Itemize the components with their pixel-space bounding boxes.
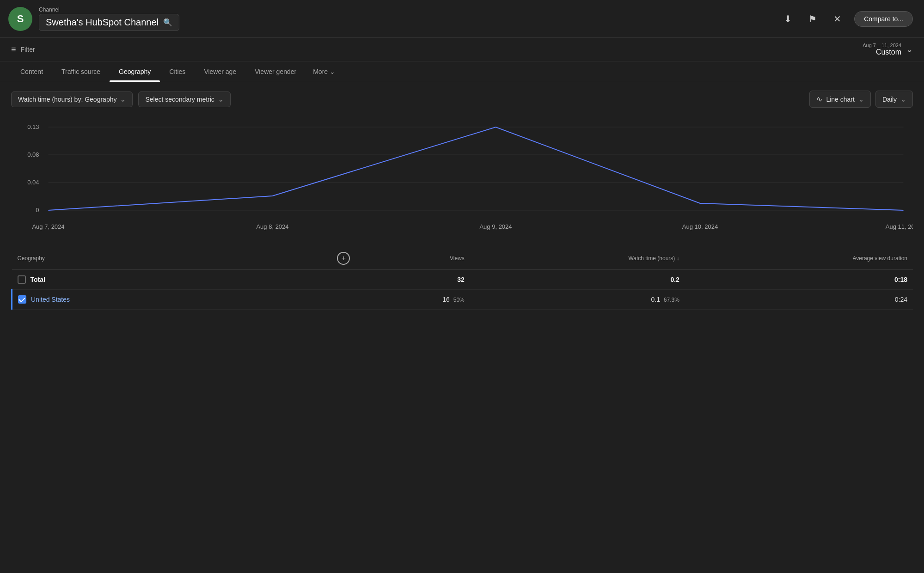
search-icon: 🔍 [163,18,172,27]
tab-traffic-source[interactable]: Traffic source [52,61,110,82]
col-header-avgduration: Average view duration [685,247,913,270]
line-chart-icon: ∿ [816,95,822,104]
close-button[interactable]: ✕ [830,12,845,26]
table-header-row: Geography + Views Watch time (hours) ↓ A… [12,247,913,270]
total-avgduration: 0:18 [894,276,907,283]
avgduration-col-label: Average view duration [852,255,907,262]
avatar: S [8,7,32,31]
us-checkbox[interactable] [18,295,26,304]
alert-button[interactable]: ⚑ [805,12,820,26]
col-header-watchtime: Watch time (hours) ↓ [470,247,685,270]
filter-left: ≡ Filter [11,45,35,55]
tab-geography[interactable]: Geography [110,61,160,82]
primary-metric-label: Watch time (hours) by: Geography [18,96,116,103]
chart-controls: Watch time (hours) by: Geography ⌄ Selec… [0,82,924,113]
date-range-selector[interactable]: Aug 7 – 11, 2024 Custom ⌄ [863,43,913,56]
compare-button[interactable]: Compare to... [854,11,913,27]
date-range-info: Aug 7 – 11, 2024 Custom [863,43,901,56]
svg-text:0: 0 [36,207,39,213]
us-views-cell: 16 50% [355,290,470,310]
channel-name-box[interactable]: Swetha's HubSpot Channel 🔍 [39,14,179,31]
svg-text:Aug 11, 2024: Aug 11, 2024 [886,223,913,230]
chart-line [49,127,904,210]
us-views: 16 [442,296,450,303]
views-col-label: Views [450,255,465,262]
chevron-down-icon: ⌄ [906,44,913,55]
total-views-cell: 32 [355,270,470,290]
us-watchtime: 0.1 [651,296,660,303]
tab-cities[interactable]: Cities [160,61,195,82]
sort-arrow-icon: ↓ [677,256,679,261]
channel-info: Channel Swetha's HubSpot Channel 🔍 [39,6,179,31]
chart-area: 0.13 0.08 0.04 0 Aug 7, 2024 Aug 8, 2024… [0,113,924,247]
chevron-down-icon: ⌄ [218,96,224,103]
channel-label: Channel [39,6,179,13]
us-avgduration: 0:24 [895,296,907,303]
total-watchtime-cell: 0.2 [470,270,685,290]
svg-text:0.08: 0.08 [27,151,39,158]
filter-label: Filter [21,46,35,53]
total-geo-cell: Total [12,270,332,290]
geography-col-label: Geography [18,255,45,262]
total-label: Total [31,276,45,283]
us-geo-cell: United States [12,290,332,310]
us-watchtime-cell: 0.1 67.3% [470,290,685,310]
table-row: Total 32 0.2 0:18 [12,270,913,290]
total-add-cell [331,270,355,290]
chart-type-label: Line chart [826,96,854,103]
primary-metric-dropdown[interactable]: Watch time (hours) by: Geography ⌄ [11,91,133,107]
chart-controls-left: Watch time (hours) by: Geography ⌄ Selec… [11,91,231,107]
filter-icon: ≡ [11,45,16,55]
svg-text:0.04: 0.04 [27,179,39,186]
chevron-down-icon: ⌄ [330,68,335,75]
us-add-cell [331,290,355,310]
table-row: United States 16 50% 0.1 67.3% 0:24 [12,290,913,310]
tabs-bar: Content Traffic source Geography Cities … [0,61,924,82]
filter-bar: ≡ Filter Aug 7 – 11, 2024 Custom ⌄ [0,38,924,61]
svg-text:0.13: 0.13 [27,123,39,130]
svg-text:Aug 7, 2024: Aug 7, 2024 [32,223,64,230]
chevron-down-icon: ⌄ [120,96,126,103]
chevron-down-icon: ⌄ [858,96,864,103]
line-chart-svg: 0.13 0.08 0.04 0 Aug 7, 2024 Aug 8, 2024… [11,118,913,247]
svg-text:Aug 9, 2024: Aug 9, 2024 [479,223,512,230]
total-avgduration-cell: 0:18 [685,270,913,290]
col-header-views: Views [355,247,470,270]
total-checkbox[interactable] [18,275,26,284]
top-bar: S Channel Swetha's HubSpot Channel 🔍 ⬇ ⚑… [0,0,924,38]
us-label[interactable]: United States [31,296,70,303]
svg-text:Aug 10, 2024: Aug 10, 2024 [682,223,718,230]
interval-label: Daily [882,96,897,103]
col-header-geography: Geography [12,247,332,270]
us-views-pct: 50% [453,297,465,303]
tab-content[interactable]: Content [11,61,52,82]
tab-viewer-gender[interactable]: Viewer gender [245,61,306,82]
us-avgduration-cell: 0:24 [685,290,913,310]
us-watchtime-pct: 67.3% [664,297,679,303]
watchtime-col-sort[interactable]: Watch time (hours) ↓ [628,255,679,262]
tab-more[interactable]: More ⌄ [306,61,343,82]
col-header-add: + [331,247,355,270]
top-bar-right: ⬇ ⚑ ✕ Compare to... [780,11,913,27]
tab-viewer-age[interactable]: Viewer age [195,61,245,82]
date-range-sub: Aug 7 – 11, 2024 [863,43,901,48]
chart-type-dropdown[interactable]: ∿ Line chart ⌄ [809,91,870,108]
chart-controls-right: ∿ Line chart ⌄ Daily ⌄ [809,91,913,108]
interval-dropdown[interactable]: Daily ⌄ [875,91,913,108]
add-column-button[interactable]: + [337,252,350,265]
download-button[interactable]: ⬇ [780,12,795,26]
date-range-main: Custom [863,48,901,56]
channel-name-text: Swetha's HubSpot Channel [46,17,159,28]
total-views: 32 [457,276,465,283]
geography-table: Geography + Views Watch time (hours) ↓ A… [11,247,913,310]
svg-text:Aug 8, 2024: Aug 8, 2024 [256,223,288,230]
total-watchtime: 0.2 [670,276,679,283]
secondary-metric-dropdown[interactable]: Select secondary metric ⌄ [138,91,230,107]
top-bar-left: S Channel Swetha's HubSpot Channel 🔍 [8,6,179,31]
chevron-down-icon: ⌄ [900,96,906,103]
data-table-wrapper: Geography + Views Watch time (hours) ↓ A… [0,247,924,310]
secondary-metric-label: Select secondary metric [145,96,214,103]
